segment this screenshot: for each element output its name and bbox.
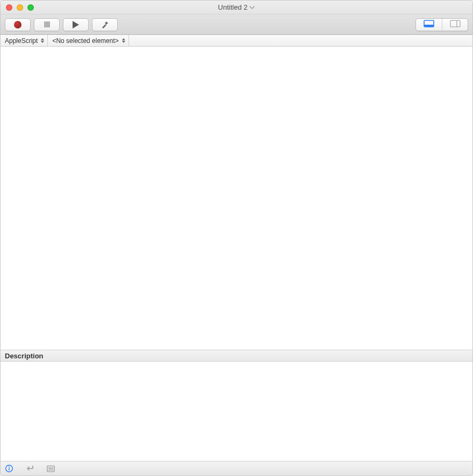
- window-title-wrap: Untitled 2: [1, 3, 472, 11]
- language-label: AppleScript: [5, 37, 38, 45]
- split-view-icon: [450, 20, 461, 29]
- view-mode-segmented: [415, 18, 468, 31]
- svg-point-5: [9, 466, 10, 467]
- status-bar: [1, 461, 472, 475]
- minimize-window-button[interactable]: [17, 4, 23, 11]
- editor-view-icon: [424, 20, 434, 29]
- navigation-bar: AppleScript <No selected element>: [1, 35, 472, 47]
- description-pane[interactable]: [1, 362, 472, 461]
- element-dropdown[interactable]: <No selected element>: [48, 35, 128, 46]
- log-button[interactable]: [47, 465, 55, 472]
- traffic-lights: [1, 4, 34, 11]
- view-split-button[interactable]: [442, 19, 468, 31]
- description-header-label: Description: [5, 352, 44, 360]
- compile-button[interactable]: [92, 18, 118, 31]
- svg-rect-1: [424, 25, 434, 27]
- element-label: <No selected element>: [52, 37, 118, 45]
- window-title: Untitled 2: [218, 3, 248, 11]
- view-editor-button[interactable]: [416, 19, 442, 31]
- run-button[interactable]: [63, 18, 89, 31]
- record-icon: [14, 21, 22, 28]
- close-window-button[interactable]: [6, 4, 12, 11]
- return-button[interactable]: [25, 465, 35, 472]
- info-icon: [5, 464, 13, 473]
- stepper-arrows-icon: [122, 38, 125, 43]
- script-editor-area[interactable]: [1, 47, 472, 350]
- record-button[interactable]: [5, 18, 31, 31]
- svg-rect-6: [9, 468, 9, 471]
- chevron-down-icon[interactable]: [249, 5, 255, 10]
- info-button[interactable]: [5, 464, 13, 473]
- svg-rect-2: [450, 20, 460, 27]
- stop-icon: [44, 21, 50, 27]
- language-dropdown[interactable]: AppleScript: [1, 35, 48, 46]
- stop-button[interactable]: [34, 18, 60, 31]
- play-icon: [73, 21, 79, 28]
- description-header: Description: [1, 350, 472, 362]
- stepper-arrows-icon: [41, 38, 44, 43]
- toolbar: [1, 15, 472, 35]
- hammer-icon: [101, 20, 109, 29]
- return-arrow-icon: [25, 465, 35, 472]
- list-icon: [47, 465, 55, 472]
- titlebar: Untitled 2: [1, 1, 472, 15]
- zoom-window-button[interactable]: [27, 4, 34, 11]
